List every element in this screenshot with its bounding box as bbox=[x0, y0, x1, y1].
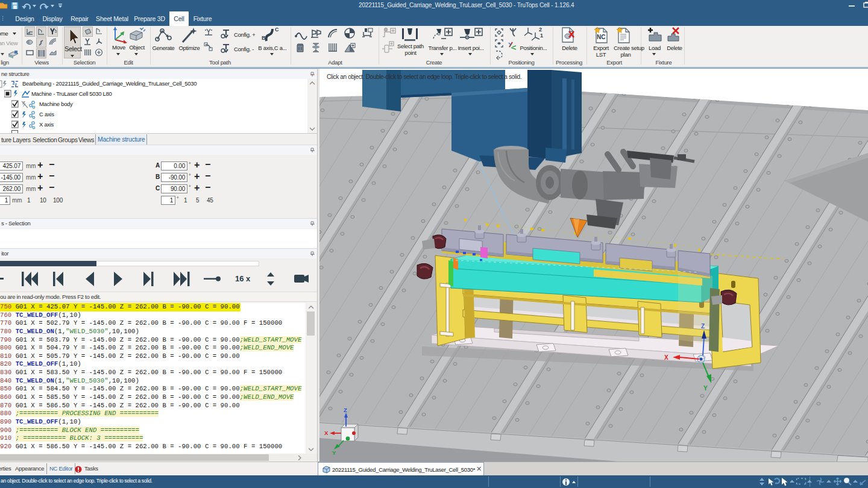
svg-text:Click an object. Double-click: Click an object. Double-click to select … bbox=[327, 74, 521, 80]
svg-text:1: 1 bbox=[540, 33, 543, 39]
svg-text:Y: Y bbox=[703, 385, 708, 392]
svg-text:Z: Z bbox=[701, 323, 705, 330]
svg-text:X: X bbox=[664, 354, 668, 361]
svg-text:Y: Y bbox=[332, 449, 336, 456]
svg-text:16 x: 16 x bbox=[235, 274, 251, 283]
svg-text:C: C bbox=[275, 27, 279, 33]
svg-text:X: X bbox=[324, 430, 329, 436]
svg-text:NC: NC bbox=[597, 34, 605, 40]
svg-text:Z: Z bbox=[344, 407, 347, 413]
svg-text:B: B bbox=[262, 35, 266, 41]
svg-text:2: 2 bbox=[539, 27, 542, 33]
